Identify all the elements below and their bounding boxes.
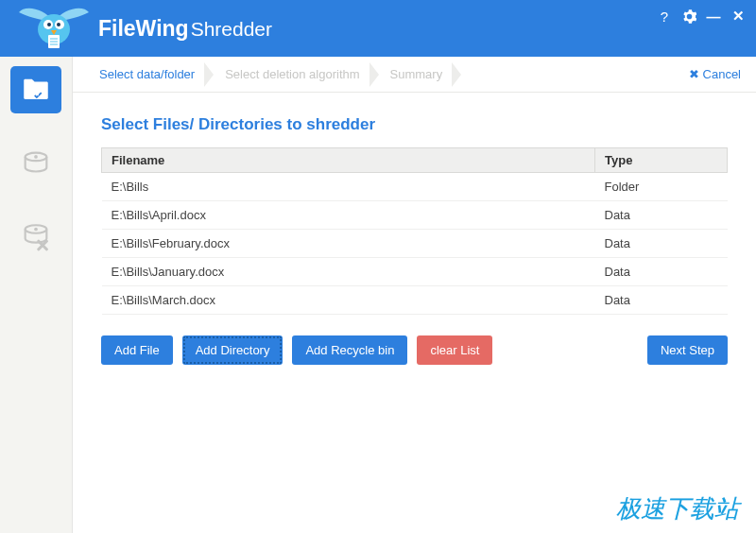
table-row[interactable]: E:\Bills\April.docx Data bbox=[102, 201, 728, 230]
file-table: Filename Type E:\Bills Folder E:\Bills\A… bbox=[101, 147, 728, 315]
add-recycle-bin-button[interactable]: Add Recycle bin bbox=[292, 335, 407, 365]
sidebar bbox=[0, 57, 73, 533]
app-title: FileWing Shredder bbox=[98, 16, 272, 42]
breadcrumb-step-3: Summary bbox=[379, 57, 462, 92]
app-title-thin: Shredder bbox=[191, 18, 272, 41]
watermark-text: 极速下载站 bbox=[616, 492, 739, 525]
cell-type: Data bbox=[595, 230, 728, 258]
button-row: Add File Add Directory Add Recycle bin c… bbox=[101, 335, 728, 365]
cell-type: Data bbox=[595, 286, 728, 315]
title-bar: FileWing Shredder ? — ✕ bbox=[0, 0, 756, 57]
sidebar-item-drive[interactable] bbox=[10, 140, 61, 187]
table-row[interactable]: E:\Bills\January.docx Data bbox=[102, 258, 728, 286]
breadcrumb-step-1[interactable]: Select data/folder bbox=[88, 57, 214, 92]
app-logo-bird-icon bbox=[17, 3, 91, 54]
sidebar-item-drive-delete[interactable] bbox=[10, 214, 61, 261]
cell-filename: E:\Bills bbox=[102, 173, 595, 201]
table-row[interactable]: E:\Bills\March.docx Data bbox=[102, 286, 728, 315]
col-header-type[interactable]: Type bbox=[595, 148, 728, 173]
settings-gear-icon[interactable] bbox=[680, 8, 697, 25]
cell-type: Data bbox=[595, 201, 728, 230]
sidebar-item-files[interactable] bbox=[10, 66, 61, 113]
cell-filename: E:\Bills\April.docx bbox=[102, 201, 595, 230]
cancel-button[interactable]: ✖ Cancel bbox=[689, 67, 741, 81]
add-file-button[interactable]: Add File bbox=[101, 335, 173, 365]
minimize-icon[interactable]: — bbox=[705, 8, 722, 25]
svg-point-4 bbox=[57, 23, 60, 26]
panel: Select Files/ Directories to shredder Fi… bbox=[73, 93, 756, 365]
cell-filename: E:\Bills\January.docx bbox=[102, 258, 595, 286]
cell-filename: E:\Bills\March.docx bbox=[102, 286, 595, 315]
svg-point-13 bbox=[34, 228, 38, 232]
breadcrumb: Select data/folder Select deletion algor… bbox=[73, 57, 756, 93]
breadcrumb-step-2: Select deletion algorithm bbox=[214, 57, 378, 92]
app-title-bold: FileWing bbox=[98, 16, 189, 42]
clear-list-button[interactable]: clear List bbox=[417, 335, 492, 365]
main-content: Select data/folder Select deletion algor… bbox=[73, 57, 756, 533]
next-step-button[interactable]: Next Step bbox=[647, 335, 728, 365]
cell-filename: E:\Bills\February.docx bbox=[102, 230, 595, 258]
svg-point-11 bbox=[34, 155, 38, 159]
close-icon[interactable]: ✕ bbox=[730, 8, 747, 25]
close-x-icon: ✖ bbox=[689, 67, 699, 81]
panel-title: Select Files/ Directories to shredder bbox=[101, 115, 728, 134]
cell-type: Folder bbox=[595, 173, 728, 201]
svg-point-3 bbox=[47, 23, 51, 26]
help-icon[interactable]: ? bbox=[656, 8, 673, 25]
table-row[interactable]: E:\Bills Folder bbox=[102, 173, 728, 201]
col-header-filename[interactable]: Filename bbox=[102, 148, 595, 173]
cancel-label: Cancel bbox=[703, 67, 741, 81]
cell-type: Data bbox=[595, 258, 728, 286]
add-directory-button[interactable]: Add Directory bbox=[182, 335, 284, 365]
window-controls: ? — ✕ bbox=[656, 8, 747, 25]
table-row[interactable]: E:\Bills\February.docx Data bbox=[102, 230, 728, 258]
